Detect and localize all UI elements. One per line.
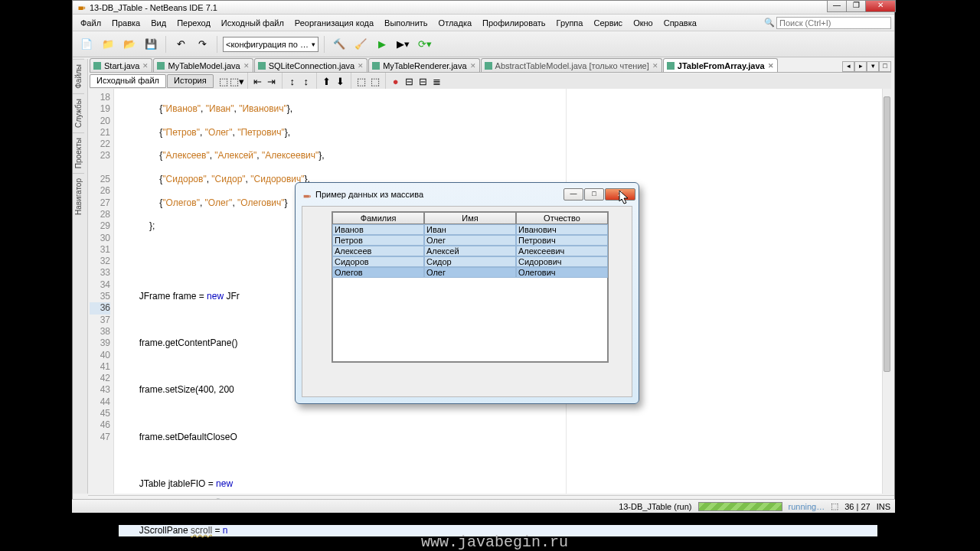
- table-row[interactable]: ПетровОлегПетрович: [332, 235, 608, 246]
- debug-button[interactable]: ▶▾: [394, 35, 413, 54]
- editor-tool[interactable]: ↕: [300, 75, 312, 87]
- tab-start[interactable]: Start.java✕: [90, 58, 152, 72]
- subtab-history[interactable]: История: [167, 74, 214, 88]
- editor-tool[interactable]: ≣: [431, 75, 443, 87]
- dialog-minimize-button[interactable]: —: [564, 188, 583, 201]
- side-panels: Файлы Службы Проекты Навигатор: [73, 59, 88, 494]
- close-icon[interactable]: ✕: [470, 62, 476, 70]
- tab-mytablemodel[interactable]: MyTableModel.java✕: [153, 58, 253, 72]
- editor-tool[interactable]: ⬇: [335, 75, 347, 87]
- status-ins: INS: [877, 502, 890, 511]
- editor-tool[interactable]: ⊟: [417, 75, 430, 87]
- run-button[interactable]: ▶: [373, 35, 391, 54]
- dialog-title: Пример данных из массива: [315, 190, 423, 199]
- tab-sqliteconnection[interactable]: SQLiteConnection.java✕: [254, 58, 368, 72]
- table-header-row: Фамилия Имя Отчество: [332, 212, 608, 224]
- col-patronymic[interactable]: Отчество: [516, 212, 608, 224]
- svg-rect-0: [79, 6, 83, 10]
- status-icon[interactable]: ⬚: [831, 501, 838, 511]
- editor-tool[interactable]: ⬚▾: [231, 75, 243, 87]
- menu-window[interactable]: Окно: [629, 17, 658, 29]
- side-tab-navigator[interactable]: Навигатор: [73, 173, 84, 220]
- table-row[interactable]: ИвановИванИванович: [332, 224, 608, 235]
- close-icon[interactable]: ✕: [142, 62, 149, 70]
- close-icon[interactable]: ✕: [358, 62, 364, 70]
- dialog-maximize-button[interactable]: □: [584, 188, 604, 201]
- jtable-demo-dialog: Пример данных из массива — □ X Фамилия И…: [295, 182, 639, 404]
- clean-build-button[interactable]: 🧹: [351, 35, 370, 54]
- menu-run[interactable]: Выполнить: [380, 17, 432, 29]
- status-project: 13-DB_JTable (run): [619, 502, 691, 511]
- tab-scroll-right[interactable]: ▸: [854, 61, 867, 72]
- side-tab-projects[interactable]: Проекты: [73, 132, 84, 173]
- tab-jtablefromarray[interactable]: JTableFromArray.java✕: [663, 58, 778, 72]
- tab-abstracttablemodel[interactable]: AbstractTableModel.java [только чтение]✕: [481, 58, 662, 72]
- editor-tool[interactable]: ⊟: [403, 75, 416, 87]
- tab-list[interactable]: ▾: [867, 61, 879, 72]
- status-progress: [698, 502, 782, 511]
- side-tab-files[interactable]: Файлы: [73, 59, 84, 93]
- menu-goto[interactable]: Переход: [172, 17, 215, 29]
- menu-debug[interactable]: Отладка: [434, 17, 476, 29]
- open-button[interactable]: 📂: [120, 35, 139, 54]
- menu-edit[interactable]: Правка: [107, 17, 145, 29]
- table-row[interactable]: ОлеговОлегОлегович: [332, 267, 608, 278]
- subtab-source[interactable]: Исходный файл: [90, 74, 166, 88]
- search-input[interactable]: [776, 17, 891, 29]
- editor-tool[interactable]: ⇥: [266, 75, 278, 87]
- close-icon[interactable]: ✕: [652, 62, 658, 70]
- line-gutter: 181920212223 252627282930313233343536373…: [90, 89, 114, 494]
- editor-tool[interactable]: ⬚: [217, 75, 230, 87]
- status-state: running…: [789, 502, 825, 511]
- editor-tool[interactable]: ↕: [286, 75, 299, 87]
- dialog-body: Фамилия Имя Отчество ИвановИванИванович …: [302, 206, 632, 397]
- menu-team[interactable]: Группа: [552, 17, 588, 29]
- search-icon: 🔍: [764, 18, 775, 28]
- col-name[interactable]: Имя: [424, 212, 516, 224]
- editor-tool[interactable]: ⬚: [355, 75, 368, 87]
- redo-button[interactable]: ↷: [193, 35, 211, 54]
- tab-scroll-left[interactable]: ◂: [842, 61, 854, 72]
- main-toolbar: 📄 📁 📂 💾 ↶ ↷ <конфигурация по … 🔨 🧹 ▶ ▶▾ …: [73, 31, 894, 57]
- menu-profile[interactable]: Профилировать: [478, 17, 550, 29]
- watermark: www.javabegin.ru: [421, 533, 568, 551]
- col-surname[interactable]: Фамилия: [332, 212, 424, 224]
- window-titlebar: 13-DB_JTable - NetBeans IDE 7.1 — ❐ ✕: [73, 1, 894, 15]
- jtable[interactable]: Фамилия Имя Отчество ИвановИванИванович …: [332, 211, 609, 363]
- editor-tool[interactable]: ⬚: [369, 75, 381, 87]
- undo-button[interactable]: ↶: [172, 35, 190, 54]
- table-row[interactable]: АлексеевАлексейАлексеевич: [332, 246, 608, 256]
- editor-subtabs: Исходный файл История ⬚ ⬚▾ ⇤ ⇥ ↕ ↕ ⬆ ⬇ ⬚…: [90, 73, 891, 89]
- menu-file[interactable]: Файл: [76, 17, 106, 29]
- editor-tool[interactable]: ⬆: [321, 75, 333, 87]
- editor-tool-stop[interactable]: ●: [390, 75, 402, 87]
- maximize-button[interactable]: ❐: [846, 0, 866, 12]
- save-all-button[interactable]: 💾: [142, 35, 160, 54]
- table-row[interactable]: СидоровСидорСидорович: [332, 256, 608, 267]
- menu-source[interactable]: Исходный файл: [217, 17, 289, 29]
- close-icon[interactable]: ✕: [243, 62, 250, 70]
- close-icon[interactable]: ✕: [768, 62, 774, 70]
- side-tab-services[interactable]: Службы: [73, 93, 84, 132]
- build-button[interactable]: 🔨: [330, 35, 348, 54]
- minimize-button[interactable]: —: [827, 0, 847, 12]
- menu-refactor[interactable]: Реорганизация кода: [290, 17, 378, 29]
- svg-rect-1: [83, 7, 85, 8]
- editor-scrollbar[interactable]: [882, 89, 891, 494]
- dialog-close-button[interactable]: X: [605, 188, 635, 201]
- config-combo[interactable]: <конфигурация по …: [223, 37, 318, 52]
- tab-mytablerenderer[interactable]: MyTableRenderer.java✕: [368, 58, 479, 72]
- editor-tool[interactable]: ⇤: [252, 75, 264, 87]
- java-icon: [302, 189, 312, 200]
- menubar: Файл Правка Вид Переход Исходный файл Ре…: [73, 15, 894, 31]
- menu-tools[interactable]: Сервис: [589, 17, 627, 29]
- menu-help[interactable]: Справка: [659, 17, 701, 29]
- menu-view[interactable]: Вид: [146, 17, 171, 29]
- file-tab-row: Start.java✕ MyTableModel.java✕ SQLiteCon…: [90, 59, 891, 73]
- tab-maximize[interactable]: □: [879, 61, 891, 72]
- statusbar: 13-DB_JTable (run) running… ⬚ 36 | 27 IN…: [72, 499, 895, 513]
- new-file-button[interactable]: 📄: [77, 35, 96, 54]
- profile-button[interactable]: ⟳▾: [416, 35, 434, 54]
- new-project-button[interactable]: 📁: [99, 35, 117, 54]
- close-button[interactable]: ✕: [865, 0, 896, 12]
